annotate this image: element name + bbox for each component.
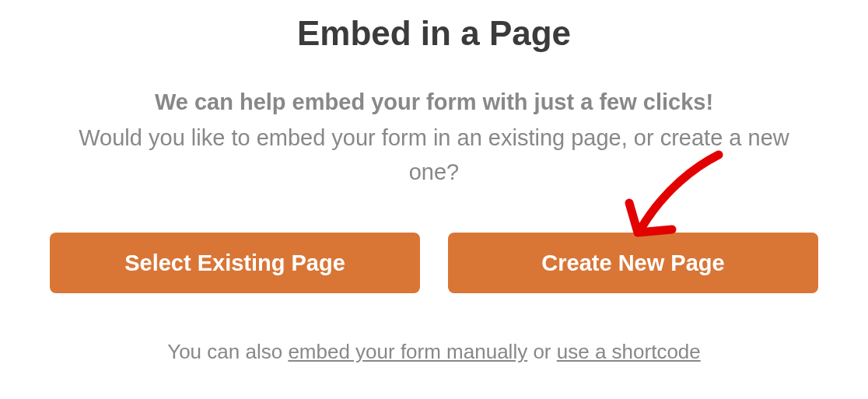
- footer-text: You can also embed your form manually or…: [167, 340, 701, 364]
- footer-middle: or: [527, 340, 557, 363]
- embed-manually-link[interactable]: embed your form manually: [288, 340, 527, 363]
- footer-prefix: You can also: [167, 340, 288, 363]
- subtitle-text: We can help embed your form with just a …: [155, 86, 713, 118]
- page-title: Embed in a Page: [297, 14, 571, 53]
- create-new-page-button[interactable]: Create New Page: [448, 233, 818, 293]
- button-row: Select Existing Page Create New Page: [50, 233, 818, 293]
- description-text: Would you like to embed your form in an …: [53, 121, 815, 189]
- select-existing-page-button[interactable]: Select Existing Page: [50, 233, 420, 293]
- use-shortcode-link[interactable]: use a shortcode: [557, 340, 701, 363]
